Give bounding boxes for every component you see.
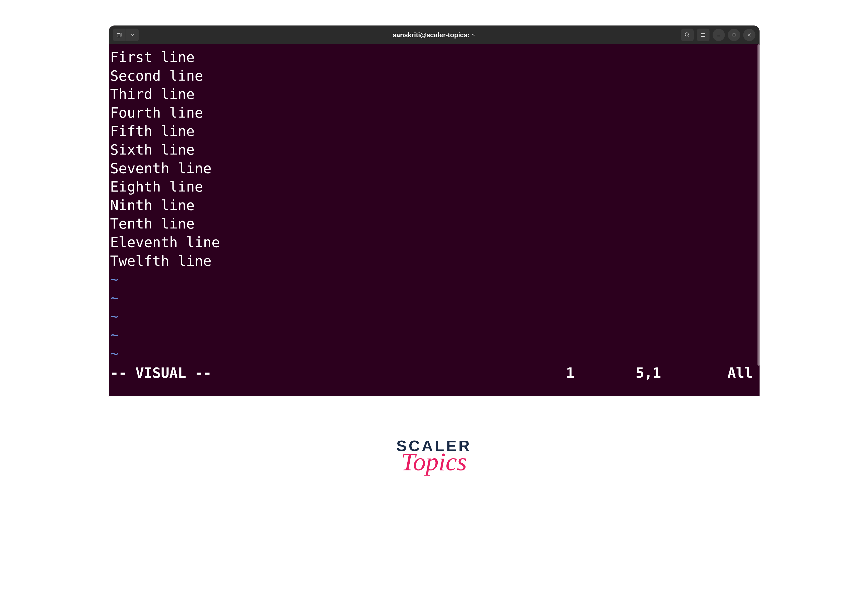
svg-line-2 (688, 36, 689, 37)
titlebar-right-controls (681, 29, 755, 41)
vim-mode: -- VISUAL -- (110, 364, 211, 382)
maximize-button[interactable] (728, 29, 740, 41)
editor-line: Eighth line (110, 178, 758, 196)
editor-line: Tenth line (110, 214, 758, 233)
maximize-icon (732, 33, 736, 37)
editor-line: Fourth line (110, 104, 758, 122)
vim-tilde-line: ~ (110, 289, 758, 307)
new-tab-button[interactable] (113, 29, 125, 41)
vim-tilde-line: ~ (110, 307, 758, 326)
search-icon (684, 32, 691, 38)
terminal-window: sanskriti@scaler-topics: ~ (109, 26, 759, 396)
svg-rect-7 (733, 34, 735, 36)
editor-line: First line (110, 48, 758, 66)
terminal-content-area[interactable]: First lineSecond lineThird lineFourth li… (109, 44, 759, 396)
vim-status-line: -- VISUAL -- 1 5,1 All (110, 364, 758, 382)
close-button[interactable] (743, 29, 755, 41)
window-titlebar: sanskriti@scaler-topics: ~ (109, 26, 759, 44)
window-title: sanskriti@scaler-topics: ~ (393, 31, 476, 39)
editor-line: Sixth line (110, 140, 758, 159)
editor-line: Twelfth line (110, 252, 758, 270)
editor-line: Third line (110, 85, 758, 104)
close-icon (747, 32, 752, 38)
tab-dropdown-button[interactable] (126, 29, 139, 41)
logo-topics-text: Topics (396, 447, 472, 476)
svg-point-1 (685, 33, 688, 36)
editor-line: Seventh line (110, 159, 758, 178)
menu-button[interactable] (697, 29, 709, 41)
scrollbar[interactable] (758, 44, 759, 366)
vim-tilde-line: ~ (110, 344, 758, 363)
editor-line: Eleventh line (110, 233, 758, 252)
minimize-button[interactable] (713, 29, 725, 41)
chevron-down-icon (130, 32, 135, 38)
new-tab-icon (116, 32, 122, 38)
editor-line: Ninth line (110, 196, 758, 215)
search-button[interactable] (681, 29, 694, 41)
vim-tilde-line: ~ (110, 326, 758, 344)
hamburger-icon (700, 32, 706, 38)
vim-cursor-position: 5,1 (636, 364, 661, 382)
vim-tilde-line: ~ (110, 270, 758, 289)
vim-view-position: All (728, 364, 753, 382)
editor-line: Fifth line (110, 122, 758, 140)
svg-rect-0 (117, 33, 120, 37)
scaler-logo: SCALER Topics (396, 437, 472, 476)
tilde-lines-container: ~~~~~ (110, 270, 758, 363)
editor-lines-container: First lineSecond lineThird lineFourth li… (110, 48, 758, 270)
vim-status-count: 1 (566, 364, 575, 382)
titlebar-left-controls (113, 29, 139, 41)
minimize-icon (716, 32, 721, 38)
editor-line: Second line (110, 66, 758, 85)
